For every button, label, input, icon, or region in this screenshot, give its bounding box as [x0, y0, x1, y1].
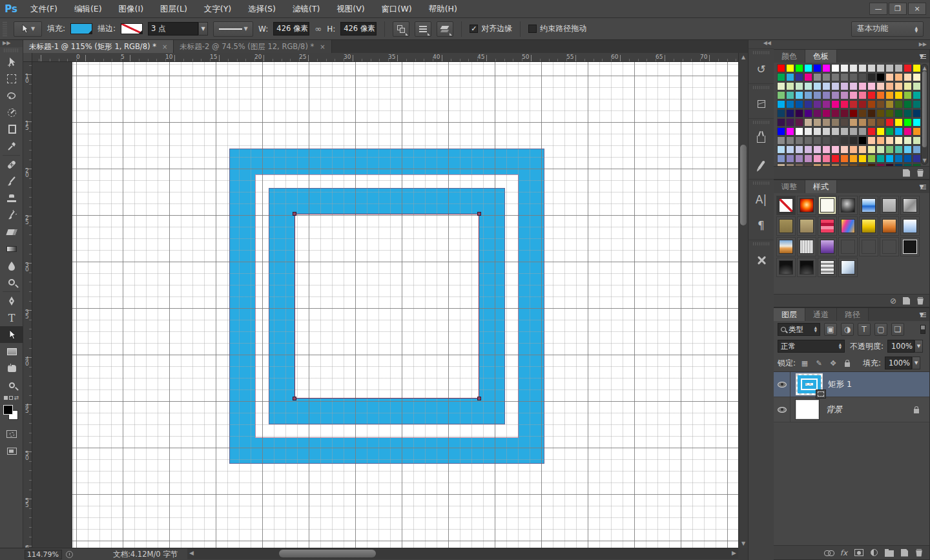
scroll-down-icon[interactable]: ▼ — [922, 158, 927, 163]
tab-paths[interactable]: 路径 — [837, 308, 869, 321]
color-swatch[interactable] — [786, 91, 794, 99]
move-tool[interactable] — [0, 54, 23, 70]
color-swatch[interactable] — [849, 82, 858, 90]
color-swatch[interactable] — [894, 82, 903, 90]
path-alignment-button[interactable] — [415, 21, 431, 37]
color-swatch[interactable] — [894, 73, 903, 81]
color-swatch[interactable] — [913, 163, 921, 166]
color-swatch[interactable] — [894, 163, 903, 166]
horizontal-scroll-thumb[interactable] — [279, 550, 376, 557]
color-swatch[interactable] — [904, 118, 912, 127]
paragraph-panel-icon[interactable]: ¶ — [749, 213, 774, 238]
color-swatch[interactable] — [858, 109, 867, 118]
color-swatch[interactable] — [822, 118, 831, 127]
color-swatch[interactable] — [849, 109, 858, 118]
color-swatch[interactable] — [894, 64, 903, 72]
color-swatch[interactable] — [913, 154, 921, 163]
color-swatch[interactable] — [885, 127, 894, 136]
path-selection-tool-selected[interactable] — [0, 326, 23, 343]
checkbox-unchecked-icon[interactable] — [528, 25, 537, 33]
filter-pixel-layers-icon[interactable]: ▣ — [824, 323, 837, 336]
lasso-tool[interactable] — [0, 87, 23, 104]
color-swatch[interactable] — [858, 163, 867, 166]
color-swatch[interactable] — [813, 145, 822, 154]
style-preset-7[interactable] — [776, 216, 796, 236]
color-swatch[interactable] — [849, 136, 858, 145]
new-adjustment-layer-button[interactable] — [871, 549, 878, 556]
color-swatch[interactable] — [795, 64, 803, 72]
pen-tool[interactable] — [0, 293, 23, 309]
color-swatch[interactable] — [822, 64, 831, 72]
swatches-scrollbar[interactable]: ▲ ▼ — [921, 64, 928, 165]
color-swatch[interactable] — [822, 145, 831, 154]
fill-combo[interactable]: 100% ▼ — [885, 357, 920, 369]
filter-smart-objects-icon[interactable]: ❏ — [891, 323, 904, 336]
eyedropper-tool[interactable] — [0, 138, 23, 154]
height-input[interactable]: 426 像素 — [340, 22, 377, 36]
color-swatch[interactable] — [795, 154, 803, 163]
color-swatch[interactable] — [822, 154, 831, 163]
color-swatch[interactable] — [831, 100, 840, 109]
document-canvas[interactable] — [72, 62, 738, 548]
color-swatch[interactable] — [804, 109, 812, 118]
color-swatch[interactable] — [858, 64, 867, 72]
color-swatch[interactable] — [885, 163, 894, 166]
color-swatch[interactable] — [913, 109, 921, 118]
stroke-width-combo[interactable]: 3 点 ▼ — [148, 22, 208, 36]
color-swatch[interactable] — [777, 118, 785, 127]
clone-stamp-tool[interactable] — [0, 190, 23, 207]
color-swatch[interactable] — [795, 136, 803, 145]
color-swatch[interactable] — [831, 118, 840, 127]
color-swatch[interactable] — [777, 73, 785, 81]
color-swatch[interactable] — [849, 91, 858, 99]
color-swatch[interactable] — [813, 163, 822, 166]
vertical-scroll-thumb[interactable] — [740, 145, 747, 225]
close-button[interactable]: × — [908, 3, 926, 15]
color-swatch[interactable] — [804, 127, 812, 136]
scroll-up-icon[interactable]: ▲ — [922, 65, 927, 71]
color-swatch[interactable] — [849, 145, 858, 154]
color-swatch[interactable] — [894, 136, 903, 145]
color-swatch[interactable] — [795, 109, 803, 118]
collapse-tools-icon[interactable]: ▶▶ — [0, 40, 23, 47]
path-operations-button[interactable] — [393, 21, 409, 37]
constrain-path-option[interactable]: 约束路径拖动 — [528, 23, 586, 34]
color-swatch[interactable] — [822, 82, 831, 90]
style-preset-17[interactable] — [838, 237, 858, 256]
color-swatch[interactable] — [876, 64, 885, 72]
layer-name[interactable]: 矩形 1 — [828, 379, 852, 390]
stroke-width-value[interactable]: 3 点 — [148, 22, 198, 36]
foreground-background-colors[interactable] — [3, 405, 20, 422]
tool-presets-panel-icon[interactable] — [749, 126, 774, 152]
color-swatch[interactable] — [786, 100, 794, 109]
color-swatch[interactable] — [894, 127, 903, 136]
filter-shape-layers-icon[interactable]: ▢ — [874, 323, 887, 336]
color-swatch[interactable] — [840, 163, 849, 166]
add-mask-button[interactable] — [854, 549, 863, 556]
color-swatch[interactable] — [849, 127, 858, 136]
color-swatch[interactable] — [777, 163, 785, 166]
style-preset-11[interactable] — [859, 216, 878, 236]
color-swatch[interactable] — [904, 127, 912, 136]
width-input[interactable]: 426 像素 — [273, 22, 309, 36]
color-swatch[interactable] — [795, 100, 803, 109]
color-swatch[interactable] — [831, 82, 840, 90]
color-swatch[interactable] — [867, 127, 876, 136]
color-swatch[interactable] — [804, 145, 812, 154]
color-swatch[interactable] — [822, 127, 831, 136]
color-swatch[interactable] — [904, 82, 912, 90]
color-swatch[interactable] — [885, 73, 894, 81]
color-swatch[interactable] — [867, 136, 876, 145]
hand-tool[interactable] — [0, 360, 23, 377]
color-swatch[interactable] — [885, 82, 894, 90]
color-swatch[interactable] — [813, 118, 822, 127]
color-swatch[interactable] — [876, 136, 885, 145]
color-swatch[interactable] — [885, 154, 894, 163]
menu-item-4[interactable]: 文字(Y) — [196, 0, 240, 18]
style-preset-23[interactable] — [818, 258, 837, 277]
color-swatch[interactable] — [786, 163, 794, 166]
filter-toggle-switch[interactable] — [920, 325, 925, 334]
style-preset-4[interactable] — [859, 196, 878, 215]
color-swatch[interactable] — [858, 145, 867, 154]
color-swatch[interactable] — [804, 118, 812, 127]
